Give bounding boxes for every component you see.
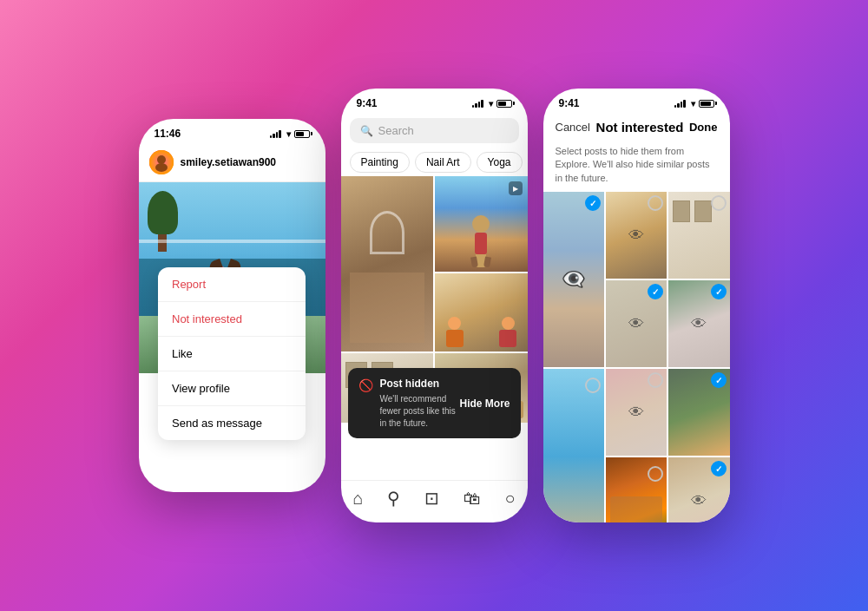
- video-icon: ▶: [509, 181, 523, 195]
- menu-not-interested[interactable]: Not interested: [158, 302, 306, 337]
- signal-icon-3: [674, 99, 686, 108]
- wifi-icon-2: ▾: [489, 99, 493, 108]
- battery-icon-3: [699, 100, 714, 108]
- check-circle-8: ✓: [711, 372, 727, 388]
- sel-item-10[interactable]: 👁 ✓: [668, 457, 729, 522]
- eye-slash-7: 👁: [628, 404, 644, 422]
- nav-home-icon[interactable]: ⌂: [352, 489, 363, 509]
- check-circle-6: [585, 378, 601, 393]
- ni-subtitle: Select posts to hide them from Explore. …: [543, 141, 730, 192]
- grid-item-arch[interactable]: [341, 176, 434, 351]
- tag-painting[interactable]: Painting: [350, 152, 410, 173]
- phone-3: 9:41 ▾ Cancel Not interested Done: [543, 89, 730, 522]
- eye-slash-5: 👁: [691, 315, 707, 333]
- check-circle-1: ✓: [585, 195, 601, 211]
- battery-icon-2: [496, 100, 512, 108]
- signal-icon: [270, 129, 281, 138]
- grid-item-dancer[interactable]: ▶: [435, 176, 528, 272]
- ni-title: Not interested: [596, 120, 684, 135]
- story-header: smiley.setiawan900: [139, 143, 326, 182]
- sel-item-3[interactable]: [668, 192, 729, 279]
- context-menu: Report Not interested Like View profile …: [158, 267, 306, 440]
- eye-slash-1: 👁‍🗨: [562, 268, 585, 291]
- check-circle-9: [648, 466, 663, 482]
- ni-header: Cancel Not interested Done: [543, 113, 730, 141]
- check-circle-3: [711, 195, 727, 211]
- nav-profile-icon[interactable]: ○: [504, 489, 515, 509]
- tags-row: Painting Nail Art Yoga Basc: [341, 148, 528, 176]
- sel-item-4[interactable]: 👁 ✓: [606, 280, 667, 367]
- sel-item-1[interactable]: 👁‍🗨 ✓: [543, 192, 604, 367]
- menu-send-message[interactable]: Send as message: [158, 406, 306, 440]
- phone2-content: 🔍 Search Painting Nail Art Yoga Basc: [341, 113, 528, 519]
- tag-nail-art[interactable]: Nail Art: [415, 152, 471, 173]
- sel-item-9[interactable]: [606, 457, 667, 522]
- check-circle-2: [648, 195, 663, 211]
- sel-item-6[interactable]: [543, 369, 604, 522]
- nav-shop-icon[interactable]: 🛍: [464, 489, 481, 509]
- time-1: 11:46: [155, 128, 181, 140]
- eye-slash-2: 👁: [628, 227, 644, 245]
- avatar: [149, 150, 174, 174]
- eye-slash-4: 👁: [628, 315, 644, 333]
- status-icons-3: ▾: [674, 99, 714, 108]
- svg-point-2: [155, 163, 168, 172]
- menu-like[interactable]: Like: [158, 337, 306, 371]
- toast-content: 🚫 Post hidden We'll recommend fewer post…: [358, 377, 460, 430]
- eye-slash-10: 👁: [691, 492, 707, 510]
- sel-item-5[interactable]: 👁 ✓: [668, 280, 729, 367]
- post-hidden-toast: 🚫 Post hidden We'll recommend fewer post…: [348, 368, 521, 438]
- check-4: ✓: [652, 287, 659, 297]
- phone3-content: Cancel Not interested Done Select posts …: [543, 113, 730, 519]
- nav-search-icon[interactable]: ⚲: [387, 488, 400, 509]
- status-bar-2: 9:41 ▾: [341, 89, 528, 113]
- phone1-content: smiley.setiawan900: [139, 143, 326, 489]
- status-bar-3: 9:41 ▾: [543, 89, 730, 113]
- sel-item-7[interactable]: 👁: [606, 369, 667, 456]
- sel-item-2[interactable]: 👁: [606, 192, 667, 279]
- username-label: smiley.setiawan900: [181, 156, 277, 168]
- search-placeholder: Search: [378, 124, 414, 137]
- battery-icon: [294, 130, 310, 138]
- tag-yoga[interactable]: Yoga: [477, 152, 523, 173]
- bottom-nav: ⌂ ⚲ ⊡ 🛍 ○: [341, 480, 528, 519]
- nav-reels-icon[interactable]: ⊡: [424, 488, 439, 509]
- eye-slash-icon: 🚫: [358, 378, 373, 392]
- wifi-icon-3: ▾: [691, 99, 695, 108]
- signal-icon-2: [472, 99, 483, 108]
- status-icons-1: ▾: [270, 129, 310, 139]
- time-3: 9:41: [559, 97, 580, 109]
- phone-1: 11:46 ▾: [139, 119, 326, 492]
- search-bar[interactable]: 🔍 Search: [350, 118, 519, 143]
- cancel-button[interactable]: Cancel: [556, 121, 590, 134]
- check-circle-5: ✓: [711, 284, 727, 299]
- wifi-icon: ▾: [286, 129, 291, 139]
- phone-2: 9:41 ▾ 🔍 Search: [341, 89, 528, 522]
- grid-item-sitting[interactable]: [435, 273, 528, 351]
- menu-report[interactable]: Report: [158, 267, 306, 302]
- status-icons-2: ▾: [472, 99, 512, 108]
- svg-point-1: [157, 155, 166, 164]
- time-2: 9:41: [357, 97, 378, 109]
- selection-grid: 👁‍🗨 ✓ 👁: [543, 192, 730, 522]
- done-button[interactable]: Done: [689, 121, 718, 134]
- sel-item-8[interactable]: ✓: [668, 369, 729, 456]
- toast-title: Post hidden: [380, 377, 460, 391]
- search-icon: 🔍: [360, 125, 373, 137]
- check-1: ✓: [589, 199, 596, 208]
- toast-text: Post hidden We'll recommend fewer posts …: [380, 377, 460, 430]
- menu-view-profile[interactable]: View profile: [158, 371, 306, 406]
- check-circle-10: ✓: [711, 461, 727, 476]
- toast-subtitle: We'll recommend fewer posts like this in…: [380, 393, 460, 430]
- check-5: ✓: [715, 287, 722, 297]
- status-bar-1: 11:46 ▾: [139, 119, 326, 143]
- hide-more-button[interactable]: Hide More: [459, 397, 510, 410]
